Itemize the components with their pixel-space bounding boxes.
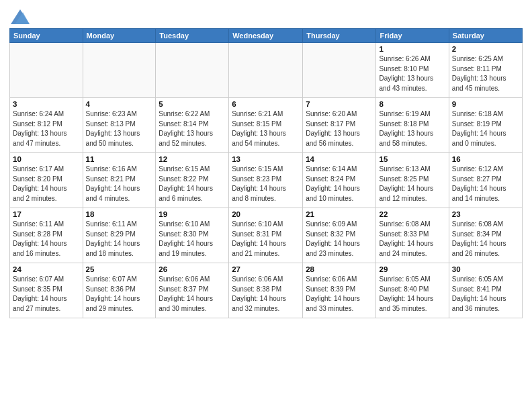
day-info: Sunrise: 6:06 AM Sunset: 8:37 PM Dayligh…	[159, 275, 226, 314]
day-cell: 10Sunrise: 6:17 AM Sunset: 8:20 PM Dayli…	[10, 153, 83, 208]
day-cell: 11Sunrise: 6:16 AM Sunset: 8:21 PM Dayli…	[83, 153, 156, 208]
day-info: Sunrise: 6:22 AM Sunset: 8:14 PM Dayligh…	[159, 109, 226, 148]
day-info: Sunrise: 6:26 AM Sunset: 8:10 PM Dayligh…	[379, 54, 445, 93]
day-info: Sunrise: 6:17 AM Sunset: 8:20 PM Dayligh…	[13, 165, 80, 203]
day-cell: 25Sunrise: 6:07 AM Sunset: 8:36 PM Dayli…	[83, 263, 156, 318]
day-cell	[156, 43, 229, 98]
day-number: 13	[232, 155, 300, 163]
day-number: 4	[86, 100, 153, 108]
page-container: SundayMondayTuesdayWednesdayThursdayFrid…	[0, 0, 532, 325]
day-number: 6	[232, 100, 300, 108]
header	[9, 7, 523, 24]
day-cell: 12Sunrise: 6:15 AM Sunset: 8:22 PM Dayli…	[156, 153, 229, 208]
day-info: Sunrise: 6:15 AM Sunset: 8:22 PM Dayligh…	[159, 165, 226, 203]
day-info: Sunrise: 6:23 AM Sunset: 8:13 PM Dayligh…	[86, 109, 153, 148]
day-number: 12	[159, 155, 226, 163]
day-cell: 6Sunrise: 6:21 AM Sunset: 8:15 PM Daylig…	[229, 98, 303, 153]
day-info: Sunrise: 6:11 AM Sunset: 8:28 PM Dayligh…	[13, 220, 80, 259]
day-number: 16	[452, 155, 519, 163]
day-cell: 1Sunrise: 6:26 AM Sunset: 8:10 PM Daylig…	[376, 43, 449, 98]
day-number: 30	[452, 265, 519, 273]
week-row-1: 1Sunrise: 6:26 AM Sunset: 8:10 PM Daylig…	[10, 43, 523, 98]
day-cell: 28Sunrise: 6:06 AM Sunset: 8:39 PM Dayli…	[303, 263, 376, 318]
day-info: Sunrise: 6:15 AM Sunset: 8:23 PM Dayligh…	[232, 165, 300, 203]
day-number: 5	[159, 100, 226, 108]
day-cell: 15Sunrise: 6:13 AM Sunset: 8:25 PM Dayli…	[376, 153, 449, 208]
day-cell: 18Sunrise: 6:11 AM Sunset: 8:29 PM Dayli…	[83, 208, 156, 263]
day-number: 1	[379, 45, 445, 53]
day-number: 24	[13, 265, 80, 273]
day-number: 14	[306, 155, 373, 163]
day-info: Sunrise: 6:12 AM Sunset: 8:27 PM Dayligh…	[452, 165, 519, 203]
day-number: 19	[159, 210, 226, 218]
day-info: Sunrise: 6:14 AM Sunset: 8:24 PM Dayligh…	[306, 165, 373, 203]
day-cell: 4Sunrise: 6:23 AM Sunset: 8:13 PM Daylig…	[83, 98, 156, 153]
day-cell: 17Sunrise: 6:11 AM Sunset: 8:28 PM Dayli…	[10, 208, 83, 263]
day-cell: 19Sunrise: 6:10 AM Sunset: 8:30 PM Dayli…	[156, 208, 229, 263]
day-cell: 7Sunrise: 6:20 AM Sunset: 8:17 PM Daylig…	[303, 98, 376, 153]
day-info: Sunrise: 6:25 AM Sunset: 8:11 PM Dayligh…	[452, 54, 519, 93]
weekday-tuesday: Tuesday	[156, 29, 229, 43]
day-info: Sunrise: 6:20 AM Sunset: 8:17 PM Dayligh…	[306, 109, 373, 148]
week-row-3: 10Sunrise: 6:17 AM Sunset: 8:20 PM Dayli…	[10, 153, 523, 208]
day-cell: 16Sunrise: 6:12 AM Sunset: 8:27 PM Dayli…	[449, 153, 522, 208]
day-number: 8	[379, 100, 445, 108]
logo-icon	[11, 9, 30, 24]
day-number: 3	[13, 100, 80, 108]
week-row-2: 3Sunrise: 6:24 AM Sunset: 8:12 PM Daylig…	[10, 98, 523, 153]
day-cell: 2Sunrise: 6:25 AM Sunset: 8:11 PM Daylig…	[449, 43, 522, 98]
day-number: 23	[452, 210, 519, 218]
weekday-friday: Friday	[376, 29, 449, 43]
day-info: Sunrise: 6:06 AM Sunset: 8:39 PM Dayligh…	[306, 275, 373, 314]
day-number: 21	[306, 210, 373, 218]
day-number: 17	[13, 210, 80, 218]
day-cell: 5Sunrise: 6:22 AM Sunset: 8:14 PM Daylig…	[156, 98, 229, 153]
day-cell	[229, 43, 303, 98]
day-number: 11	[86, 155, 153, 163]
day-cell	[303, 43, 376, 98]
day-info: Sunrise: 6:16 AM Sunset: 8:21 PM Dayligh…	[86, 165, 153, 203]
day-info: Sunrise: 6:07 AM Sunset: 8:35 PM Dayligh…	[13, 275, 80, 314]
day-info: Sunrise: 6:24 AM Sunset: 8:12 PM Dayligh…	[13, 109, 80, 148]
day-number: 28	[306, 265, 373, 273]
logo	[9, 9, 30, 24]
calendar-table: SundayMondayTuesdayWednesdayThursdayFrid…	[9, 28, 523, 318]
day-cell: 9Sunrise: 6:18 AM Sunset: 8:19 PM Daylig…	[449, 98, 522, 153]
day-info: Sunrise: 6:13 AM Sunset: 8:25 PM Dayligh…	[379, 165, 445, 203]
day-number: 9	[452, 100, 519, 108]
day-cell	[83, 43, 156, 98]
day-number: 20	[232, 210, 300, 218]
day-number: 27	[232, 265, 300, 273]
day-info: Sunrise: 6:19 AM Sunset: 8:18 PM Dayligh…	[379, 109, 445, 148]
day-cell: 26Sunrise: 6:06 AM Sunset: 8:37 PM Dayli…	[156, 263, 229, 318]
day-number: 2	[452, 45, 519, 53]
day-info: Sunrise: 6:07 AM Sunset: 8:36 PM Dayligh…	[86, 275, 153, 314]
day-number: 26	[159, 265, 226, 273]
day-info: Sunrise: 6:08 AM Sunset: 8:33 PM Dayligh…	[379, 220, 445, 259]
day-cell: 20Sunrise: 6:10 AM Sunset: 8:31 PM Dayli…	[229, 208, 303, 263]
day-cell: 23Sunrise: 6:08 AM Sunset: 8:34 PM Dayli…	[449, 208, 522, 263]
day-info: Sunrise: 6:05 AM Sunset: 8:40 PM Dayligh…	[379, 275, 445, 314]
day-info: Sunrise: 6:11 AM Sunset: 8:29 PM Dayligh…	[86, 220, 153, 259]
weekday-header-row: SundayMondayTuesdayWednesdayThursdayFrid…	[10, 29, 523, 43]
day-info: Sunrise: 6:08 AM Sunset: 8:34 PM Dayligh…	[452, 220, 519, 259]
day-cell: 29Sunrise: 6:05 AM Sunset: 8:40 PM Dayli…	[376, 263, 449, 318]
weekday-thursday: Thursday	[303, 29, 376, 43]
day-cell: 21Sunrise: 6:09 AM Sunset: 8:32 PM Dayli…	[303, 208, 376, 263]
day-cell: 27Sunrise: 6:06 AM Sunset: 8:38 PM Dayli…	[229, 263, 303, 318]
day-cell: 22Sunrise: 6:08 AM Sunset: 8:33 PM Dayli…	[376, 208, 449, 263]
day-info: Sunrise: 6:21 AM Sunset: 8:15 PM Dayligh…	[232, 109, 300, 148]
day-cell: 13Sunrise: 6:15 AM Sunset: 8:23 PM Dayli…	[229, 153, 303, 208]
day-number: 10	[13, 155, 80, 163]
day-info: Sunrise: 6:10 AM Sunset: 8:30 PM Dayligh…	[159, 220, 226, 259]
day-number: 15	[379, 155, 445, 163]
weekday-saturday: Saturday	[449, 29, 522, 43]
day-cell: 30Sunrise: 6:05 AM Sunset: 8:41 PM Dayli…	[449, 263, 522, 318]
day-cell: 24Sunrise: 6:07 AM Sunset: 8:35 PM Dayli…	[10, 263, 83, 318]
week-row-4: 17Sunrise: 6:11 AM Sunset: 8:28 PM Dayli…	[10, 208, 523, 263]
day-info: Sunrise: 6:18 AM Sunset: 8:19 PM Dayligh…	[452, 109, 519, 148]
weekday-wednesday: Wednesday	[229, 29, 303, 43]
day-cell	[10, 43, 83, 98]
weekday-sunday: Sunday	[10, 29, 83, 43]
day-number: 25	[86, 265, 153, 273]
